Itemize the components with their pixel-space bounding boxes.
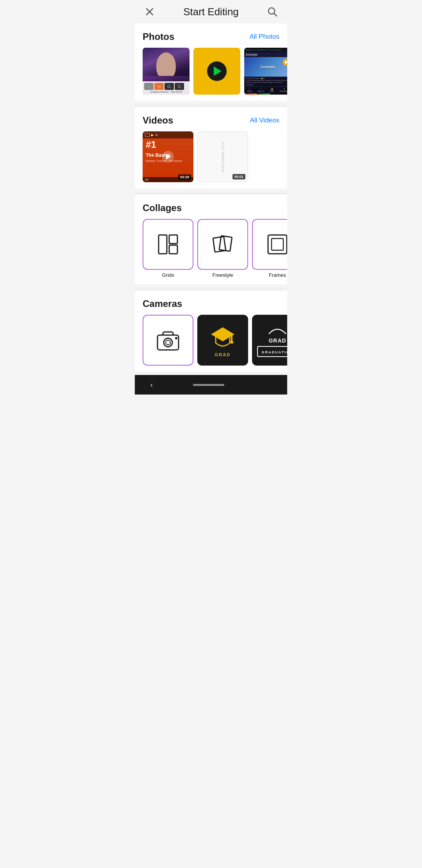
svg-rect-6 bbox=[169, 245, 177, 254]
cameras-section: Cameras GRAD bbox=[135, 291, 287, 372]
photo-item[interactable]: AdventureComedyAnimationCrimeFamilyMys..… bbox=[244, 48, 287, 95]
svg-rect-16 bbox=[231, 334, 232, 341]
video-item[interactable]: ▶ ⚙ #1 The Basics Mobizen Tutorial ·· Th… bbox=[143, 131, 193, 182]
collages-header: Collages bbox=[135, 203, 287, 219]
cameras-title: Cameras bbox=[143, 298, 182, 309]
back-button[interactable]: ‹ bbox=[150, 381, 153, 389]
camera-item[interactable]: GRAD bbox=[197, 315, 248, 366]
all-photos-link[interactable]: All Photos bbox=[249, 33, 279, 41]
collages-title: Collages bbox=[143, 203, 182, 213]
svg-point-17 bbox=[230, 341, 233, 344]
bottom-navigation: ‹ bbox=[135, 375, 287, 395]
collage-label: Freestyle bbox=[212, 272, 233, 278]
header: Start Editing bbox=[135, 0, 287, 23]
page-title: Start Editing bbox=[157, 6, 265, 18]
svg-rect-11 bbox=[157, 335, 179, 350]
videos-scroll: ▶ ⚙ #1 The Basics Mobizen Tutorial ·· Th… bbox=[135, 131, 287, 182]
collages-scroll: Grids Freestyle Frames bbox=[135, 219, 287, 278]
play-icon bbox=[207, 61, 227, 81]
svg-line-3 bbox=[274, 13, 277, 16]
svg-rect-5 bbox=[169, 235, 177, 244]
video-duration: 00:28 bbox=[178, 174, 191, 180]
photos-scroll: Scat Disp 100+Temp 100+Tools 12 Months: … bbox=[135, 48, 287, 95]
video-duration: 00:01 bbox=[232, 174, 245, 179]
collage-label: Frames bbox=[269, 272, 286, 278]
photo-item[interactable]: Scat Disp 100+Temp 100+Tools 12 Months: … bbox=[143, 48, 190, 95]
svg-rect-4 bbox=[159, 235, 167, 254]
photos-header: Photos All Photos bbox=[135, 31, 287, 48]
cameras-scroll: GRAD GRAD GRADUATION bbox=[135, 315, 287, 366]
collage-grids[interactable]: Grids bbox=[143, 219, 193, 278]
photo-item[interactable] bbox=[193, 48, 240, 95]
collage-freestyle[interactable]: Freestyle bbox=[197, 219, 248, 278]
svg-rect-9 bbox=[268, 235, 287, 254]
collage-label: Grids bbox=[162, 272, 174, 278]
videos-header: Videos All Videos bbox=[135, 115, 287, 131]
video-item[interactable]: SKETCHMAR.TECH 00:01 bbox=[197, 131, 248, 182]
play-icon bbox=[162, 151, 174, 163]
svg-point-13 bbox=[166, 340, 170, 345]
photos-section: Photos All Photos Scat Disp 100+Temp 100… bbox=[135, 23, 287, 101]
photos-title: Photos bbox=[143, 31, 174, 42]
collage-frames[interactable]: Frames bbox=[252, 219, 287, 278]
camera-item[interactable]: GRAD GRADUATION bbox=[252, 315, 287, 366]
videos-section: Videos All Videos ▶ ⚙ #1 The Basics Mobi… bbox=[135, 107, 287, 188]
search-button[interactable] bbox=[265, 5, 279, 19]
svg-point-12 bbox=[164, 338, 172, 347]
all-videos-link[interactable]: All Videos bbox=[250, 117, 279, 124]
camera-item[interactable] bbox=[143, 315, 193, 366]
home-indicator[interactable] bbox=[193, 384, 224, 386]
close-button[interactable] bbox=[143, 5, 157, 19]
videos-title: Videos bbox=[143, 115, 173, 126]
cameras-header: Cameras bbox=[135, 298, 287, 315]
svg-point-14 bbox=[175, 337, 177, 339]
svg-rect-10 bbox=[272, 239, 283, 250]
collages-section: Collages Grids Freestyle bbox=[135, 195, 287, 284]
